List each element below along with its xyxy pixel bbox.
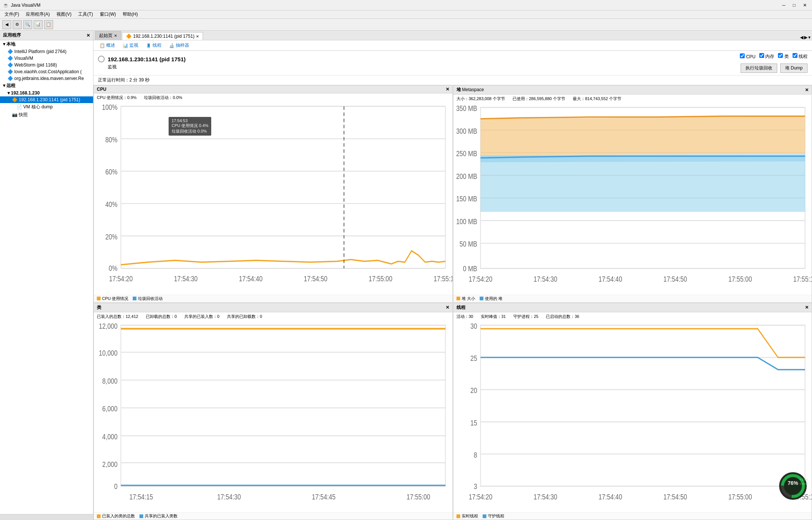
svg-marker-37 bbox=[480, 116, 805, 155]
menu-file[interactable]: 文件(F) bbox=[1, 10, 22, 18]
threads-stats: 活动：30 实时峰值：31 守护进程：25 已启动的总数：36 bbox=[453, 312, 812, 321]
inner-tab-threads[interactable]: 🧵 线程 bbox=[143, 41, 164, 49]
heap-legend-used: 使用的 堆 bbox=[480, 296, 502, 301]
menu-help[interactable]: 帮助(H) bbox=[120, 10, 141, 18]
tab-nav-menu[interactable]: ▾ bbox=[808, 35, 811, 40]
app-icon: ☕ bbox=[3, 3, 9, 8]
heap-legend: 堆 大小 使用的 堆 bbox=[453, 295, 812, 302]
toolbar-btn-5[interactable]: 📋 bbox=[44, 20, 53, 29]
svg-text:50 MB: 50 MB bbox=[459, 239, 477, 248]
threads-legend-live: 实时线程 bbox=[456, 513, 478, 519]
sidebar-item-webstorm[interactable]: 🔷 WebStorm (pid 1168) bbox=[0, 62, 93, 68]
pid1751-icon: 🔶 bbox=[12, 97, 18, 102]
svg-text:60%: 60% bbox=[105, 167, 118, 176]
toolbar-btn-4[interactable]: 📊 bbox=[34, 20, 43, 29]
tab-start-close[interactable]: ✕ bbox=[114, 34, 117, 38]
svg-text:40%: 40% bbox=[105, 200, 118, 209]
tab-pid1751-label: 192.168.1.230:1141 (pid 1751) bbox=[133, 34, 194, 39]
sidebar-item-pid1751[interactable]: 🔶 192.168.1.230:1141 (pid 1751) bbox=[0, 96, 93, 103]
threads-daemon-dot bbox=[483, 514, 486, 518]
cpu-legend-cpu: CPU 使用情况 bbox=[97, 296, 128, 301]
sidebar-item-remote-host[interactable]: ▾ 192.168.1.230 bbox=[0, 90, 93, 96]
sidebar-item-maven[interactable]: 🔷 org.jetbrains.idea.maven.server.Re bbox=[0, 75, 93, 82]
sidebar-scrollbar[interactable] bbox=[0, 514, 93, 520]
menu-window[interactable]: 窗口(W) bbox=[97, 10, 119, 18]
intellij-icon: 🔷 bbox=[7, 49, 13, 54]
svg-text:6,000: 6,000 bbox=[102, 404, 118, 413]
tab-start-label: 起始页 bbox=[99, 32, 113, 39]
monitor-icon: 📊 bbox=[123, 43, 128, 48]
sidebar-item-cost[interactable]: 🔷 love.xiaohh.cost.CostApplication ( bbox=[0, 68, 93, 75]
checkbox-cpu[interactable]: CPU bbox=[740, 53, 756, 59]
svg-text:17:55:10: 17:55:10 bbox=[793, 275, 812, 283]
sidebar-item-vm-dump[interactable]: 📄 VM 核心 dump bbox=[0, 103, 93, 111]
classes-loaded-dot bbox=[97, 514, 101, 518]
inner-tab-overview[interactable]: 📋 概述 bbox=[96, 41, 118, 49]
menu-view[interactable]: 视图(V) bbox=[53, 10, 74, 18]
checkbox-memory[interactable]: 内存 bbox=[759, 53, 774, 60]
cpu-gc-value: 0.0% bbox=[173, 95, 182, 100]
inner-tabs: 📋 概述 📊 监视 🧵 线程 🔬 抽样器 bbox=[93, 40, 812, 51]
heap-used-dot bbox=[480, 297, 483, 300]
tab-nav-left[interactable]: ◀ bbox=[800, 35, 803, 40]
toolbar-btn-1[interactable]: ◀ bbox=[2, 20, 11, 29]
sidebar-item-local[interactable]: ▾ 本地 bbox=[0, 40, 93, 48]
cost-icon: 🔷 bbox=[7, 69, 13, 74]
minimize-button[interactable]: ─ bbox=[780, 2, 788, 9]
content: 起始页 ✕ 🔶 192.168.1.230:1141 (pid 1751) ✕ … bbox=[93, 31, 812, 520]
network-gauge: 76% + 2.1K/s + 17.9K/s bbox=[778, 471, 808, 501]
classes-close-icon[interactable]: ✕ bbox=[446, 305, 449, 310]
svg-text:100 MB: 100 MB bbox=[456, 217, 477, 226]
menubar: 文件(F) 应用程序(A) 视图(V) 工具(T) 窗口(W) 帮助(H) bbox=[0, 10, 812, 19]
svg-text:300 MB: 300 MB bbox=[456, 127, 477, 135]
tab-pid1751[interactable]: 🔶 192.168.1.230:1141 (pid 1751) ✕ bbox=[122, 32, 203, 40]
svg-text:17:55:00: 17:55:00 bbox=[728, 492, 752, 501]
checkbox-class[interactable]: 类 bbox=[778, 53, 788, 60]
toolbar-btn-3[interactable]: 🔍 bbox=[23, 20, 32, 29]
tab-start[interactable]: 起始页 ✕ bbox=[95, 31, 121, 40]
app-title: Java VisualVM bbox=[11, 3, 40, 8]
threads-close-icon[interactable]: ✕ bbox=[805, 305, 809, 310]
cpu-usage-label: CPU 使用情况： bbox=[97, 95, 127, 100]
cpu-chart-area: 100% 80% 60% 40% 20% 0% 17:54:20 17:54:3… bbox=[94, 102, 452, 295]
sidebar-close[interactable]: ✕ bbox=[86, 33, 90, 38]
heap-size-dot bbox=[456, 297, 460, 300]
classes-panel: 类 ✕ 已装入的总数：12,412 已卸载的总数：0 共享的已装入数：0 共享的… bbox=[93, 303, 453, 520]
sidebar-item-snapshot[interactable]: 📷 快照 bbox=[0, 111, 93, 119]
close-button[interactable]: ✕ bbox=[801, 2, 809, 9]
menu-tools[interactable]: 工具(T) bbox=[75, 10, 96, 18]
sidebar-item-visualvm[interactable]: 🔷 VisualVM bbox=[0, 55, 93, 62]
sidebar-header: 应用程序 ✕ bbox=[0, 31, 93, 40]
toolbar: ◀ ⚙ 🔍 📊 📋 bbox=[0, 19, 812, 31]
uptime-text: 正常运行时间：2 分 39 秒 bbox=[98, 77, 150, 83]
svg-text:17:54:40: 17:54:40 bbox=[598, 275, 622, 283]
checkbox-threads[interactable]: 线程 bbox=[793, 53, 808, 60]
tab-nav-right[interactable]: ▶ bbox=[804, 35, 808, 40]
cpu-close-icon[interactable]: ✕ bbox=[446, 87, 449, 92]
heap-max-label: 最大： bbox=[573, 96, 585, 101]
svg-text:20: 20 bbox=[470, 386, 477, 394]
sidebar-item-remote[interactable]: ▾ 远程 bbox=[0, 82, 93, 90]
sidebar-item-intellij[interactable]: 🔷 IntelliJ Platform (pid 2764) bbox=[0, 48, 93, 55]
menu-app[interactable]: 应用程序(A) bbox=[23, 10, 53, 18]
maximize-button[interactable]: □ bbox=[791, 2, 798, 9]
heap-stats: 大小：362,283,008 个字节 已使用：286,595,880 个字节 最… bbox=[453, 95, 812, 103]
svg-text:17:54:50: 17:54:50 bbox=[663, 492, 687, 501]
heap-close-icon[interactable]: ✕ bbox=[805, 87, 809, 93]
vm-dump-icon: 📄 bbox=[16, 104, 22, 109]
cpu-title: CPU bbox=[97, 87, 106, 92]
svg-text:30: 30 bbox=[470, 321, 477, 330]
gc-button[interactable]: 执行垃圾回收 bbox=[741, 64, 777, 73]
svg-text:76%: 76% bbox=[788, 480, 799, 486]
tab-pid1751-close[interactable]: ✕ bbox=[196, 34, 199, 38]
inner-tab-sampler[interactable]: 🔬 抽样器 bbox=[166, 41, 192, 49]
svg-text:100%: 100% bbox=[102, 103, 118, 112]
svg-rect-46 bbox=[121, 325, 445, 486]
toolbar-btn-2[interactable]: ⚙ bbox=[13, 20, 22, 29]
heap-dump-button[interactable]: 堆 Dump bbox=[780, 64, 808, 73]
svg-text:250 MB: 250 MB bbox=[456, 149, 477, 158]
heap-used-label: 已使用： bbox=[513, 96, 529, 101]
svg-text:8: 8 bbox=[474, 450, 477, 459]
cpu-legend-dot bbox=[97, 297, 101, 300]
inner-tab-monitor[interactable]: 📊 监视 bbox=[120, 41, 141, 49]
